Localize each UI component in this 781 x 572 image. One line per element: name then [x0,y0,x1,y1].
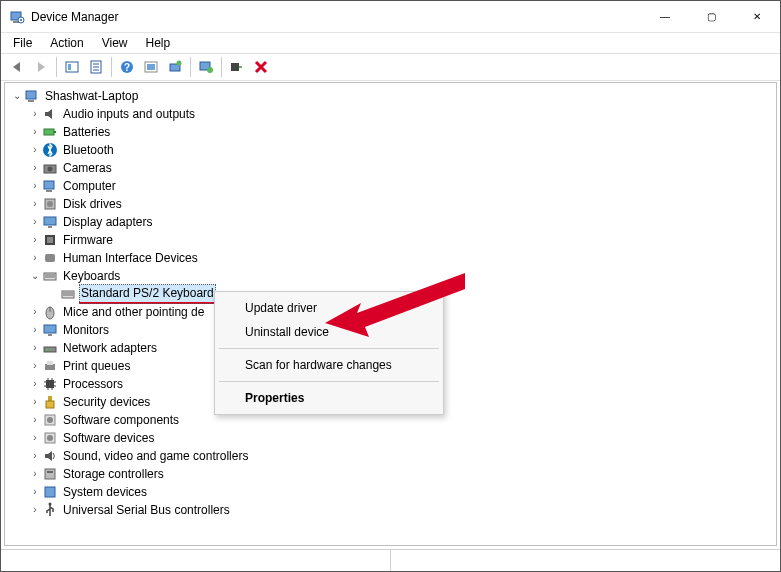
svg-rect-34 [45,254,55,262]
tree-row[interactable]: ›Human Interface Devices [9,249,776,267]
tree-item-label[interactable]: Shashwat-Laptop [43,87,140,105]
menu-view[interactable]: View [94,34,136,52]
tree-item-label[interactable]: Firmware [61,231,115,249]
chevron-right-icon[interactable]: › [29,339,41,357]
chevron-right-icon[interactable]: › [29,123,41,141]
tree-item-label[interactable]: Disk drives [61,195,124,213]
maximize-button[interactable]: ▢ [688,1,734,32]
tree-row[interactable]: ›Firmware [9,231,776,249]
context-menu-separator [219,381,439,382]
svg-rect-4 [68,64,71,70]
tree-item-label[interactable]: Universal Serial Bus controllers [61,501,232,519]
chevron-right-icon[interactable]: › [29,357,41,375]
back-button[interactable] [5,55,29,79]
tree-item-label[interactable]: Cameras [61,159,114,177]
tree-row[interactable]: ›Disk drives [9,195,776,213]
chevron-down-icon[interactable]: ⌄ [29,267,41,285]
uninstall-button[interactable] [249,55,273,79]
tree-item-label[interactable]: Display adapters [61,213,154,231]
keyboard-icon [60,286,76,302]
chevron-right-icon[interactable]: › [29,195,41,213]
tree-item-label[interactable]: Standard PS/2 Keyboard [79,284,216,304]
tree-item-label[interactable]: Security devices [61,393,152,411]
chevron-right-icon[interactable]: › [29,465,41,483]
context-menu-item[interactable]: Properties [217,386,441,410]
chevron-right-icon[interactable]: › [29,447,41,465]
svg-rect-3 [66,62,78,72]
tree-row[interactable]: ›Bluetooth [9,141,776,159]
close-button[interactable]: ✕ [734,1,780,32]
firmware-icon [42,232,58,248]
chevron-right-icon[interactable]: › [29,501,41,519]
context-menu-item[interactable]: Uninstall device [217,320,441,344]
chevron-right-icon[interactable]: › [29,375,41,393]
chevron-right-icon[interactable]: › [29,429,41,447]
tree-item-label[interactable]: Computer [61,177,118,195]
chevron-right-icon[interactable]: › [29,393,41,411]
minimize-button[interactable]: — [642,1,688,32]
tree-row[interactable]: ›Universal Serial Bus controllers [9,501,776,519]
statusbar [1,549,780,571]
monitor-button[interactable] [194,55,218,79]
svg-rect-27 [46,190,52,192]
tree-item-label[interactable]: Sound, video and game controllers [61,447,250,465]
tree-item-label[interactable]: Audio inputs and outputs [61,105,197,123]
tree-item-label[interactable]: Software devices [61,429,156,447]
chevron-right-icon[interactable]: › [29,177,41,195]
tree-row[interactable]: ›Display adapters [9,213,776,231]
tree-row[interactable]: ›Audio inputs and outputs [9,105,776,123]
tree-item-label[interactable]: Processors [61,375,125,393]
menu-action[interactable]: Action [42,34,91,52]
context-menu-item[interactable]: Scan for hardware changes [217,353,441,377]
battery-icon [42,124,58,140]
svg-point-25 [48,167,53,172]
tree-item-label[interactable]: System devices [61,483,149,501]
tree-item-label[interactable]: Mice and other pointing de [61,303,206,321]
tree-row[interactable]: ›Storage controllers [9,465,776,483]
forward-button[interactable] [29,55,53,79]
tree-item-label[interactable]: Network adapters [61,339,159,357]
context-menu-item[interactable]: Update driver [217,296,441,320]
chevron-right-icon[interactable]: › [29,105,41,123]
tree-row[interactable]: ›Batteries [9,123,776,141]
tree-row[interactable]: ⌄Shashwat-Laptop [9,87,776,105]
chevron-right-icon[interactable]: › [29,231,41,249]
tree-row[interactable]: ›Cameras [9,159,776,177]
help-button[interactable]: ? [115,55,139,79]
menu-file[interactable]: File [5,34,40,52]
tree-item-label[interactable]: Storage controllers [61,465,166,483]
update-driver-button[interactable] [139,55,163,79]
tree-item-label[interactable]: Batteries [61,123,112,141]
menu-help[interactable]: Help [138,34,179,52]
sound-icon [42,448,58,464]
chevron-right-icon[interactable]: › [29,213,41,231]
chevron-right-icon[interactable]: › [29,321,41,339]
tree-row[interactable]: ›Software devices [9,429,776,447]
scan-hardware-button[interactable] [163,55,187,79]
chevron-right-icon[interactable]: › [29,483,41,501]
svg-rect-12 [147,64,155,70]
show-hidden-button[interactable] [60,55,84,79]
tree-item-label[interactable]: Human Interface Devices [61,249,200,267]
svg-rect-26 [44,181,54,189]
tree-item-label[interactable]: Bluetooth [61,141,116,159]
tree-item-label[interactable]: Keyboards [61,267,122,285]
add-legacy-button[interactable] [225,55,249,79]
tree-item-label[interactable]: Monitors [61,321,111,339]
titlebar: Device Manager — ▢ ✕ [1,1,780,33]
monitor-icon [42,322,58,338]
tree-row[interactable]: ›Computer [9,177,776,195]
tree-row[interactable]: ›Sound, video and game controllers [9,447,776,465]
chevron-right-icon[interactable]: › [29,249,41,267]
chevron-right-icon[interactable]: › [29,159,41,177]
tree-item-label[interactable]: Software components [61,411,181,429]
chevron-right-icon[interactable]: › [29,303,41,321]
tree-row[interactable]: ⌄Keyboards [9,267,776,285]
chevron-down-icon[interactable]: ⌄ [11,87,23,105]
storage-icon [42,466,58,482]
chevron-right-icon[interactable]: › [29,411,41,429]
tree-row[interactable]: ›System devices [9,483,776,501]
tree-item-label[interactable]: Print queues [61,357,132,375]
chevron-right-icon[interactable]: › [29,141,41,159]
properties-button[interactable] [84,55,108,79]
